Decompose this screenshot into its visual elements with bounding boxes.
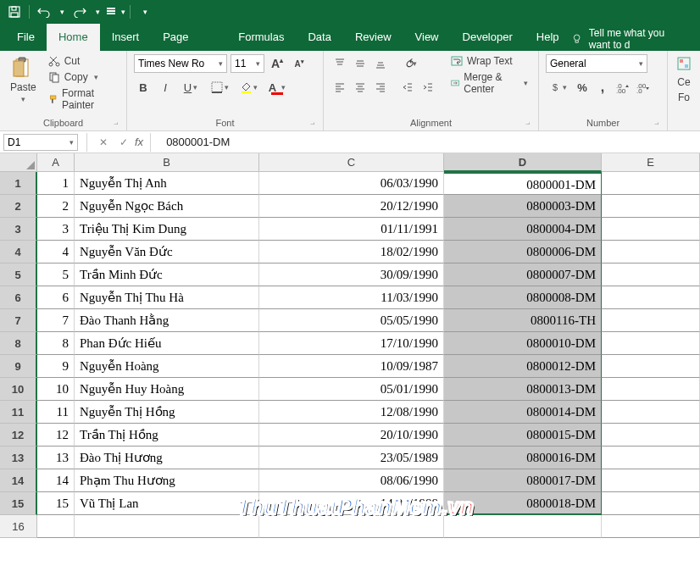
cell[interactable]: 01/11/1991 [259, 218, 444, 241]
col-header-B[interactable]: B [75, 153, 259, 172]
cell[interactable]: 15 [37, 492, 75, 515]
cell[interactable]: 14/07/1988 [259, 492, 444, 515]
select-all-corner[interactable] [0, 153, 37, 172]
row-header[interactable]: 2 [0, 195, 37, 218]
cell[interactable]: 10 [37, 378, 75, 401]
row-header[interactable]: 15 [0, 492, 37, 515]
cell-selected[interactable]: 0800006-DM [444, 241, 602, 263]
cell[interactable]: 05/01/1990 [259, 378, 444, 401]
cell[interactable]: 08/06/1990 [259, 469, 444, 492]
tab-insert[interactable]: Insert [100, 24, 152, 51]
tab-page-layout[interactable]: Page Layout [151, 24, 226, 51]
font-size-select[interactable]: 11▾ [231, 54, 264, 73]
tab-data[interactable]: Data [296, 24, 342, 51]
accounting-format-button[interactable]: $▾ [546, 78, 571, 97]
cell[interactable] [602, 355, 700, 378]
col-header-C[interactable]: C [259, 153, 444, 172]
align-center-button[interactable] [351, 78, 369, 97]
cell[interactable] [602, 286, 700, 309]
row-header[interactable]: 7 [0, 309, 37, 332]
cell-selected[interactable]: 0800018-DM [444, 492, 602, 515]
cell[interactable]: Nguyễn Thị Hồng [75, 401, 259, 424]
cell[interactable]: Nguyễn Hoàng [75, 355, 259, 378]
cell[interactable]: 4 [37, 241, 75, 263]
row-header[interactable]: 12 [0, 424, 37, 447]
cell[interactable] [602, 332, 700, 355]
cell[interactable]: Đào Thị Hương [75, 447, 259, 469]
cell[interactable]: Nguyễn Thị Thu Hà [75, 286, 259, 309]
cell[interactable]: 12 [37, 424, 75, 447]
align-middle-button[interactable] [351, 54, 369, 73]
cell-selected[interactable]: 0800012-DM [444, 355, 602, 378]
cell[interactable]: 7 [37, 309, 75, 332]
cell[interactable] [602, 424, 700, 447]
cell[interactable]: 17/10/1990 [259, 332, 444, 355]
copy-button[interactable]: Copy▾ [45, 70, 119, 84]
cell-selected[interactable]: 0800017-DM [444, 469, 602, 492]
cell-selected[interactable]: 0800116-TH [444, 309, 602, 332]
redo-dropdown[interactable]: ▾ [92, 2, 103, 22]
cell[interactable] [37, 515, 75, 538]
bold-button[interactable]: B [134, 78, 153, 97]
cell[interactable]: 2 [37, 195, 75, 218]
cell[interactable]: 8 [37, 332, 75, 355]
cell-selected[interactable]: 0800015-DM [444, 424, 602, 447]
decrease-font-button[interactable]: A▾ [290, 54, 308, 73]
row-header[interactable]: 14 [0, 469, 37, 492]
undo-button[interactable] [33, 2, 55, 22]
cell[interactable]: 11 [37, 401, 75, 424]
conditional-format-button[interactable] [675, 54, 693, 73]
cell[interactable]: Triệu Thị Kim Dung [75, 218, 259, 241]
cell[interactable]: 30/09/1990 [259, 263, 444, 286]
cell-selected[interactable]: 0800010-DM [444, 332, 602, 355]
cell[interactable]: Đào Thanh Hằng [75, 309, 259, 332]
comma-button[interactable]: , [593, 78, 612, 97]
cell[interactable] [602, 309, 700, 332]
qat-customize-button[interactable]: ▾ [134, 2, 156, 22]
cell[interactable]: 06/03/1990 [259, 172, 444, 195]
redo-button[interactable] [69, 2, 91, 22]
row-header[interactable]: 4 [0, 241, 37, 263]
tab-developer[interactable]: Developer [451, 24, 525, 51]
tab-file[interactable]: File [5, 24, 47, 51]
save-button[interactable] [3, 2, 25, 22]
cell[interactable]: Trần Thị Hồng [75, 424, 259, 447]
increase-font-button[interactable]: A▴ [268, 54, 286, 73]
fill-color-button[interactable]: ▾ [236, 78, 261, 97]
cell[interactable] [259, 515, 444, 538]
row-header[interactable]: 13 [0, 447, 37, 469]
orientation-button[interactable]: ⥀▾ [398, 54, 424, 73]
align-right-button[interactable] [371, 78, 390, 97]
cell[interactable]: Trần Minh Đức [75, 263, 259, 286]
col-header-A[interactable]: A [37, 153, 75, 172]
number-format-select[interactable]: General▾ [546, 54, 647, 73]
col-header-E[interactable]: E [602, 153, 700, 172]
undo-dropdown[interactable]: ▾ [57, 2, 67, 22]
underline-button[interactable]: U▾ [178, 78, 203, 97]
cell[interactable] [602, 263, 700, 286]
formula-input[interactable]: 0800001-DM [159, 136, 230, 148]
wrap-text-button[interactable]: Wrap Text [447, 54, 531, 68]
format-painter-button[interactable]: Format Painter [45, 86, 119, 112]
cell[interactable]: 14 [37, 469, 75, 492]
col-header-D[interactable]: D [444, 153, 602, 172]
paste-button[interactable]: Paste ▾ [7, 54, 40, 116]
cell[interactable]: Nguyễn Văn Đức [75, 241, 259, 263]
cell[interactable] [602, 515, 700, 538]
cell-selected[interactable]: 0800004-DM [444, 218, 602, 241]
decrease-indent-button[interactable] [398, 78, 417, 97]
cell[interactable]: 3 [37, 218, 75, 241]
cell[interactable]: 18/02/1990 [259, 241, 444, 263]
cell[interactable]: 12/08/1990 [259, 401, 444, 424]
cell[interactable]: Nguyễn Thị Anh [75, 172, 259, 195]
cell[interactable]: 23/05/1989 [259, 447, 444, 469]
qat-more-button[interactable]: ▾ [104, 2, 126, 22]
cell[interactable] [602, 218, 700, 241]
row-header-16[interactable]: 16 [0, 515, 37, 538]
tab-help[interactable]: Help [525, 24, 571, 51]
increase-indent-button[interactable] [419, 78, 437, 97]
cell-selected[interactable]: 0800003-DM [444, 195, 602, 218]
cell[interactable]: 1 [37, 172, 75, 195]
row-header[interactable]: 3 [0, 218, 37, 241]
tab-review[interactable]: Review [343, 24, 403, 51]
